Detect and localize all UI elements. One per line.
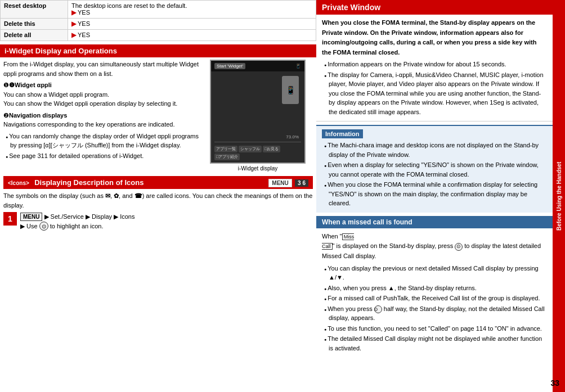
icons-tag: <Icons> [8,180,29,186]
menu-numbers: 3 6 [295,179,308,187]
center-key: ⊙ [455,243,463,251]
widget-btn-1: アプリ一覧 [214,146,237,152]
private-window-bullet-1: Information appears on the Private windo… [322,60,547,69]
icons-heading: Displaying Description of Icons [34,178,144,187]
private-window-body: When you close the FOMA terminal, the St… [316,15,553,121]
table-row: Delete this ▶YES [1,19,316,30]
missed-bullet-6: The detailed Missed Call display might n… [322,334,547,353]
delete-this-value: ▶YES [68,19,316,30]
info-bullet-3: When you close the FOMA terminal while a… [322,180,547,208]
delete-this-label: Delete this [1,19,68,30]
missed-call-body: When "MissCall" is displayed on the Stan… [316,228,553,358]
widget-display-image: 1 Start 'Widget' 📱 📱 73.0% [210,60,306,164]
delete-all-value: ▶YES [68,30,316,41]
menu-key: MENU [20,213,42,221]
widget-bottom-btns: アプリ一覧 シャッフル □お見る □アプリ紹介 [211,143,304,163]
widget-section-heading: i-Widget Display and Operations [0,44,316,57]
center-key-2: ⊙ [374,305,382,313]
icons-subtitle: The symbols on the display (such as ✉, ✿… [3,191,313,210]
widget-start-label: Start 'Widget' [214,63,245,69]
widget-item2-title: ❷Navigation displays [3,111,203,120]
miss-icon: MissCall [322,233,354,250]
info-box: Information The Machi-chara image and de… [316,125,553,213]
reset-desktop-value: The desktop icons are reset to the defau… [68,1,316,19]
arrow-icon: ▶ [71,31,76,38]
info-bullet-1: The Machi-chara image and desktop icons … [322,141,547,159]
arrow-icon: ▶ [71,20,76,27]
widget-number: 73.0% [211,133,304,141]
widget-image-area: 1 Start 'Widget' 📱 📱 73.0% [207,57,316,174]
missed-call-section: When a missed call is found When "MissCa… [316,216,553,358]
menu-label: MENU [268,179,292,187]
missed-call-intro: When "MissCall" is displayed on the Stan… [322,232,547,262]
widget-body-text: From the i-Widget display, you can simul… [3,60,203,78]
icons-step-1: 1 MENU ▶ Set./Service ▶ Display ▶ Icons … [3,212,313,231]
widget-btn-2: シャッフル [239,146,262,152]
right-sections: Private Window When you close the FOMA t… [316,0,553,392]
widget-top-bar: Start 'Widget' 📱 [211,61,304,71]
delete-all-label: Delete all [1,30,68,41]
widget-body: From the i-Widget display, you can simul… [0,57,207,174]
widget-btn-3: □お見る [263,146,280,152]
widget-bullet1: You can randomly change the display orde… [3,132,203,150]
widget-image-label: i-Widget display [210,165,306,172]
missed-bullet-4: When you press ⊙ half way, the Stand-by … [322,304,547,323]
side-tab: Before Using the Handset [553,0,565,392]
step-number-1: 1 [3,212,17,226]
widget-icon-placeholder: 📱 [295,64,301,69]
widget-item1-line2: You can show the Widget αppli operation … [3,99,203,109]
private-window-main-text: When you close the FOMA terminal, the St… [322,18,547,57]
widget-bullet2: See page 311 for detailed operations of … [3,151,203,161]
widget-item2-line1: Navigations corresponding to the key ope… [3,120,203,129]
missed-bullet-1: You can display the previous or next det… [322,264,547,282]
phone-icon: 📱 [282,76,299,104]
private-window-heading: Private Window [316,0,553,15]
table-row: Reset desktop The desktop icons are rese… [1,1,316,19]
widget-phone-area: 📱 [211,71,304,133]
table-row: Delete all ▶YES [1,30,316,41]
info-bullet-2: Even when a display for selecting "YES/N… [322,160,547,179]
info-box-title: Information [322,129,363,138]
private-window-section: Private Window When you close the FOMA t… [316,0,553,213]
icons-section-header: <Icons> Displaying Description of Icons … [3,176,313,189]
missed-bullet-2: Also, when you press ▲, the Stand-by dis… [322,283,547,293]
widget-btn-4: □アプリ紹介 [214,154,240,160]
widget-item1-line1: You can show a Widget αppli program. [3,90,203,100]
widget-item1-title: ❶❶Widget αppli [3,80,203,90]
private-window-bullet-2: The display for Camera, i-αppli, Music&V… [322,70,547,117]
circle-key: ⊙ [39,222,48,231]
reset-table: Reset desktop The desktop icons are rese… [0,0,316,41]
widget-divider [214,142,301,142]
missed-bullet-5: To use this function, you need to set "C… [322,324,547,334]
step-1-content: MENU ▶ Set./Service ▶ Display ▶ Icons ▶ … [20,212,313,231]
page-number: 33 [550,379,559,388]
icons-area: <Icons> Displaying Description of Icons … [0,174,316,233]
missed-call-heading: When a missed call is found [316,216,553,228]
arrow-icon: ▶ [71,9,76,16]
reset-desktop-label: Reset desktop [1,1,68,19]
missed-bullet-3: For a missed call of PushTalk, the Recei… [322,294,547,303]
